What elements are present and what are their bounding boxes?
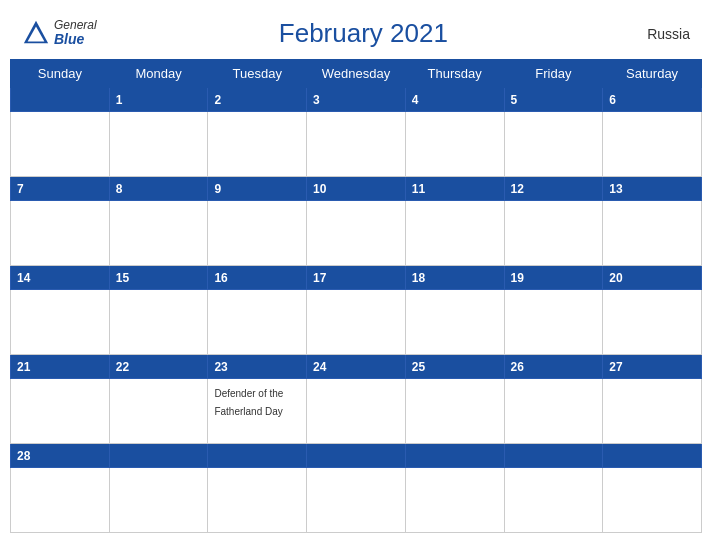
logo-blue-text: Blue [54, 32, 97, 47]
week-3-content-6 [603, 290, 702, 355]
day-number-5: 5 [511, 93, 597, 107]
day-number-22: 22 [116, 360, 202, 374]
weekday-header-row: Sunday Monday Tuesday Wednesday Thursday… [11, 60, 702, 88]
week-3-content-2 [208, 290, 307, 355]
day-number-18: 18 [412, 271, 498, 285]
week-3-content-1 [109, 290, 208, 355]
logo-text: General Blue [54, 19, 97, 48]
header-friday: Friday [504, 60, 603, 88]
week-1-content-2 [208, 112, 307, 177]
week-3-day-5: 19 [504, 266, 603, 290]
day-number-27: 27 [609, 360, 695, 374]
week-4-day-5: 26 [504, 355, 603, 379]
week-1-content-6 [603, 112, 702, 177]
week-5-content-0 [11, 468, 110, 533]
day-number-8: 8 [116, 182, 202, 196]
day-number-13: 13 [609, 182, 695, 196]
week-2-day-0: 7 [11, 177, 110, 201]
logo: General Blue [22, 19, 97, 48]
week-4-date-row: 21222324252627 [11, 355, 702, 379]
day-number-3: 3 [313, 93, 399, 107]
week-3-content-row [11, 290, 702, 355]
day-number-14: 14 [17, 271, 103, 285]
week-5-content-2 [208, 468, 307, 533]
week-4-content-6 [603, 379, 702, 444]
week-2-day-6: 13 [603, 177, 702, 201]
country-label: Russia [630, 26, 690, 42]
week-4-content-row: Defender of the Fatherland Day [11, 379, 702, 444]
calendar-table: Sunday Monday Tuesday Wednesday Thursday… [10, 59, 702, 533]
week-3-day-3: 17 [307, 266, 406, 290]
week-2-content-3 [307, 201, 406, 266]
day-number-12: 12 [511, 182, 597, 196]
week-3-day-4: 18 [405, 266, 504, 290]
header-tuesday: Tuesday [208, 60, 307, 88]
day-number-21: 21 [17, 360, 103, 374]
week-5-content-3 [307, 468, 406, 533]
week-4-day-3: 24 [307, 355, 406, 379]
week-5-content-5 [504, 468, 603, 533]
week-3-day-1: 15 [109, 266, 208, 290]
week-4-content-2: Defender of the Fatherland Day [208, 379, 307, 444]
week-2-date-row: 78910111213 [11, 177, 702, 201]
week-1-content-0 [11, 112, 110, 177]
week-5-day-4 [405, 444, 504, 468]
week-1-day-6: 6 [603, 88, 702, 112]
week-4-day-6: 27 [603, 355, 702, 379]
week-1-day-5: 5 [504, 88, 603, 112]
week-4-day-1: 22 [109, 355, 208, 379]
week-5-content-1 [109, 468, 208, 533]
calendar-title: February 2021 [97, 18, 630, 49]
day-number-28: 28 [17, 449, 103, 463]
week-2-content-5 [504, 201, 603, 266]
day-number-6: 6 [609, 93, 695, 107]
week-1-date-row: 123456 [11, 88, 702, 112]
week-4-day-4: 25 [405, 355, 504, 379]
day-number-16: 16 [214, 271, 300, 285]
day-number-7: 7 [17, 182, 103, 196]
week-4-content-5 [504, 379, 603, 444]
day-number-24: 24 [313, 360, 399, 374]
week-2-day-3: 10 [307, 177, 406, 201]
day-number-4: 4 [412, 93, 498, 107]
week-4-day-2: 23 [208, 355, 307, 379]
week-1-content-5 [504, 112, 603, 177]
week-3-content-5 [504, 290, 603, 355]
week-3-day-0: 14 [11, 266, 110, 290]
week-3-day-6: 20 [603, 266, 702, 290]
header-thursday: Thursday [405, 60, 504, 88]
week-3-date-row: 14151617181920 [11, 266, 702, 290]
week-4-content-3 [307, 379, 406, 444]
week-1-content-3 [307, 112, 406, 177]
week-3-content-4 [405, 290, 504, 355]
week-2-day-1: 8 [109, 177, 208, 201]
day-number-19: 19 [511, 271, 597, 285]
week-2-content-6 [603, 201, 702, 266]
week-5-content-4 [405, 468, 504, 533]
week-1-day-0 [11, 88, 110, 112]
week-1-day-3: 3 [307, 88, 406, 112]
week-3-content-3 [307, 290, 406, 355]
page-header: General Blue February 2021 Russia [10, 10, 702, 53]
week-2-content-4 [405, 201, 504, 266]
week-2-content-1 [109, 201, 208, 266]
week-1-day-1: 1 [109, 88, 208, 112]
week-1-day-2: 2 [208, 88, 307, 112]
week-2-day-5: 12 [504, 177, 603, 201]
week-4-content-1 [109, 379, 208, 444]
header-saturday: Saturday [603, 60, 702, 88]
week-5-day-5 [504, 444, 603, 468]
week-5-day-6 [603, 444, 702, 468]
day-number-10: 10 [313, 182, 399, 196]
day-number-11: 11 [412, 182, 498, 196]
day-number-9: 9 [214, 182, 300, 196]
week-1-content-row [11, 112, 702, 177]
week-4-content-4 [405, 379, 504, 444]
week-1-content-4 [405, 112, 504, 177]
week-5-content-6 [603, 468, 702, 533]
logo-icon [22, 19, 50, 47]
week-2-day-2: 9 [208, 177, 307, 201]
holiday-label: Defender of the Fatherland Day [214, 388, 283, 417]
week-5-day-0: 28 [11, 444, 110, 468]
header-wednesday: Wednesday [307, 60, 406, 88]
